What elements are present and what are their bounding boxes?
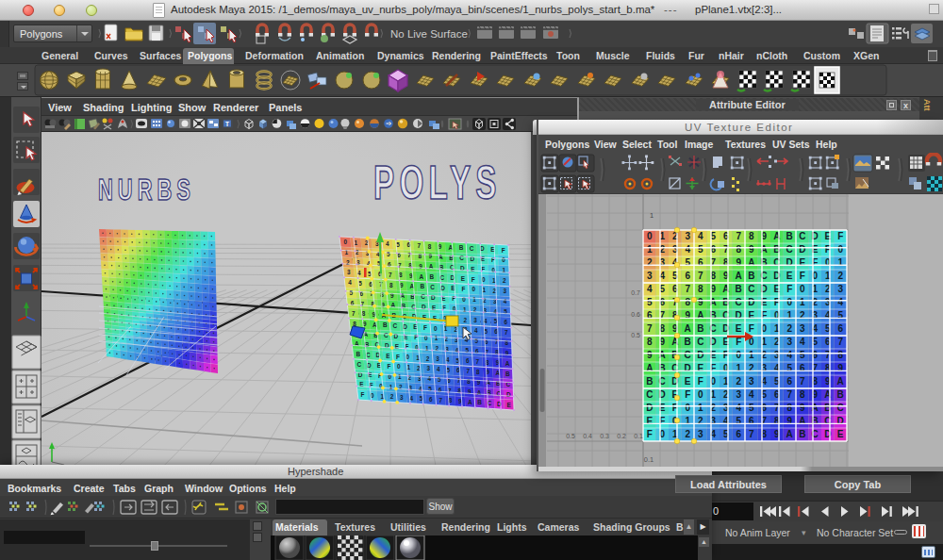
svg-text:8: 8 [467, 378, 471, 385]
svg-text:C: C [357, 361, 362, 368]
svg-text:7: 7 [476, 358, 480, 365]
svg-text:A: A [505, 360, 510, 367]
svg-text:F: F [698, 376, 703, 387]
svg-text:9: 9 [647, 350, 653, 360]
svg-text:1: 1 [786, 310, 792, 321]
svg-text:C: C [697, 337, 703, 347]
svg-text:F: F [396, 354, 400, 360]
svg-text:E: E [646, 416, 653, 426]
svg-text:D: D [358, 371, 363, 378]
svg-text:A: A [799, 416, 805, 426]
svg-text:5: 5 [786, 363, 792, 373]
svg-text:6: 6 [485, 338, 488, 345]
svg-text:5: 5 [749, 403, 754, 413]
svg-text:9: 9 [438, 243, 442, 250]
svg-text:1: 1 [435, 335, 438, 341]
svg-text:5: 5 [438, 376, 441, 383]
svg-text:C: C [837, 403, 844, 413]
svg-text:B: B [837, 389, 844, 400]
svg-text:3: 3 [698, 429, 703, 439]
svg-text:3: 3 [647, 271, 653, 281]
svg-text:5: 5 [647, 297, 653, 307]
svg-text:0.7: 0.7 [631, 289, 640, 296]
svg-text:8: 8 [353, 321, 356, 327]
svg-text:E: E [506, 402, 511, 408]
svg-text:3: 3 [503, 288, 506, 294]
svg-text:2: 2 [390, 393, 394, 400]
svg-text:0.5: 0.5 [566, 433, 575, 439]
svg-text:C: C [459, 255, 464, 261]
svg-text:5: 5 [474, 338, 478, 344]
svg-text:B: B [799, 429, 805, 439]
svg-text:A: A [697, 310, 703, 321]
svg-text:B: B [429, 273, 434, 280]
svg-text:2: 2 [483, 297, 487, 304]
svg-text:7: 7 [800, 376, 805, 387]
svg-text:6: 6 [397, 252, 401, 258]
svg-text:A: A [685, 323, 691, 334]
svg-text:1: 1 [398, 373, 402, 380]
svg-text:0.2: 0.2 [617, 433, 626, 439]
svg-text:8: 8 [399, 272, 403, 278]
svg-text:8: 8 [698, 284, 703, 294]
svg-text:7: 7 [786, 389, 792, 400]
svg-text:D: D [685, 363, 691, 373]
svg-text:1: 1 [345, 249, 349, 255]
svg-text:4: 4 [348, 279, 352, 286]
svg-text:3: 3 [786, 337, 792, 347]
svg-text:8: 8 [389, 282, 393, 288]
svg-text:0: 0 [736, 350, 741, 360]
svg-text:D: D [394, 333, 399, 339]
svg-text:5: 5 [800, 350, 805, 360]
svg-text:F: F [685, 389, 690, 400]
svg-text:C: C [384, 332, 389, 338]
svg-text:1: 1 [749, 350, 754, 360]
svg-text:E: E [386, 353, 390, 359]
svg-text:7: 7 [467, 368, 471, 374]
svg-text:A: A [837, 376, 844, 387]
svg-text:F: F [786, 284, 792, 294]
svg-text:B: B [420, 283, 424, 289]
svg-text:4: 4 [446, 356, 450, 363]
svg-text:E: E [697, 363, 703, 373]
svg-text:8: 8 [476, 369, 480, 375]
svg-text:7: 7 [647, 323, 653, 334]
svg-text:3: 3 [685, 231, 690, 241]
svg-text:8: 8 [800, 389, 805, 400]
svg-text:F: F [462, 286, 466, 292]
svg-text:4: 4 [647, 284, 653, 294]
svg-text:2: 2 [426, 355, 430, 362]
svg-text:2: 2 [749, 363, 754, 373]
svg-text:0: 0 [647, 231, 653, 241]
svg-text:1: 1 [837, 257, 843, 268]
svg-text:0: 0 [502, 256, 505, 263]
svg-text:D: D [470, 255, 474, 262]
svg-text:6: 6 [466, 357, 470, 364]
svg-text:B: B [697, 323, 703, 334]
svg-text:1: 1 [650, 211, 653, 220]
svg-text:E: E [461, 275, 466, 282]
svg-text:C: C [393, 322, 398, 329]
svg-text:0.1: 0.1 [634, 433, 643, 439]
svg-text:3: 3 [749, 376, 754, 387]
svg-text:2: 2 [503, 277, 506, 284]
svg-text:3: 3 [400, 394, 404, 401]
svg-text:2: 2 [736, 376, 741, 387]
svg-text:4: 4 [736, 403, 741, 413]
svg-text:C: C [470, 245, 474, 252]
svg-text:C: C [685, 350, 691, 360]
svg-text:4: 4 [474, 327, 478, 334]
svg-text:4: 4 [837, 297, 843, 307]
svg-text:POLYS: POLYS [373, 156, 502, 209]
svg-text:NURBS: NURBS [98, 173, 195, 206]
svg-text:6: 6 [505, 319, 508, 325]
svg-text:B: B [786, 231, 793, 241]
svg-text:F: F [472, 276, 475, 283]
svg-text:9: 9 [786, 416, 792, 426]
svg-text:A: A [748, 257, 754, 268]
svg-text:5: 5 [698, 244, 703, 255]
svg-text:B: B [685, 337, 691, 347]
svg-text:0: 0 [685, 403, 690, 413]
svg-text:8: 8 [505, 339, 508, 346]
svg-text:0.4: 0.4 [583, 433, 592, 439]
